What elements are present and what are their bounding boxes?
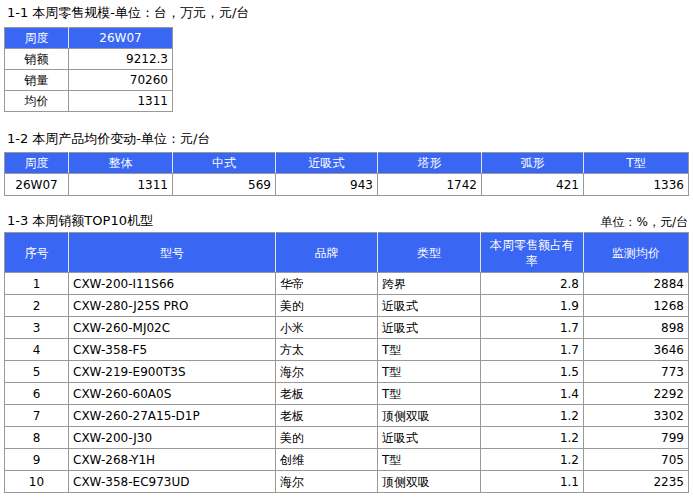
model-cell: CXW-260-27A15-D1P [69,405,276,427]
model-cell: CXW-268-Y1H [69,449,276,471]
type-cell: T型 [378,383,481,405]
share-cell: 1.5 [481,361,584,383]
rank-cell: 4 [5,339,69,361]
t-type-price-cell: 1336 [584,174,689,196]
type-cell: 顶侧双吸 [378,405,481,427]
model-cell: CXW-260-MJ02C [69,317,276,339]
price-cell: 705 [584,449,689,471]
share-cell: 1.7 [481,339,584,361]
model-cell: CXW-260-60A0S [69,383,276,405]
rank-cell: 1 [5,273,69,295]
model-cell: CXW-219-E900T3S [69,361,276,383]
section-title-avg-price-change: 1-2 本周产品均价变动-单位：元/台 [7,130,210,147]
table-row: 6 CXW-260-60A0S 老板 T型 1.4 2292 [5,383,689,405]
table-row: 2 CXW-280-J25S PRO 美的 近吸式 1.9 1268 [5,295,689,317]
report-page: 1-1 本周零售规模-单位：台，万元，元/台 周度 26W07 销额 9212.… [0,0,693,500]
col-header-arc: 弧形 [482,153,584,174]
col-header-brand: 品牌 [276,233,378,273]
near-suction-price-cell: 943 [276,174,378,196]
brand-cell: 美的 [276,295,378,317]
price-cell: 3302 [584,405,689,427]
week-header-cell: 周度 [5,28,69,49]
col-header-monitored-price: 监测均价 [584,233,689,273]
avg-price-change-table: 周度 整体 中式 近吸式 塔形 弧形 T型 26W07 1311 569 943… [4,152,689,196]
top10-models-table: 序号 型号 品牌 类型 本周零售额占有率 监测均价 1 CXW-200-I11S… [4,232,689,493]
rank-cell: 5 [5,361,69,383]
rank-cell: 9 [5,449,69,471]
col-header-rank: 序号 [5,233,69,273]
type-cell: T型 [378,339,481,361]
type-cell: 跨界 [378,273,481,295]
brand-cell: 创维 [276,449,378,471]
share-cell: 1.2 [481,405,584,427]
metric-value-cell: 1311 [69,91,173,112]
section-title-weekly-retail-scale: 1-1 本周零售规模-单位：台，万元，元/台 [7,4,249,21]
model-cell: CXW-200-I11S66 [69,273,276,295]
brand-cell: 老板 [276,383,378,405]
rank-cell: 7 [5,405,69,427]
price-cell: 2235 [584,471,689,493]
col-header-model: 型号 [69,233,276,273]
type-cell: 近吸式 [378,427,481,449]
table-row: 5 CXW-219-E900T3S 海尔 T型 1.5 773 [5,361,689,383]
share-cell: 2.8 [481,273,584,295]
table-row: 9 CXW-268-Y1H 创维 T型 1.2 705 [5,449,689,471]
metric-label-cell: 销量 [5,70,69,91]
week-value-header-cell: 26W07 [69,28,173,49]
brand-cell: 小米 [276,317,378,339]
price-cell: 2292 [584,383,689,405]
type-cell: 近吸式 [378,295,481,317]
type-cell: 顶侧双吸 [378,471,481,493]
col-header-type: 类型 [378,233,481,273]
share-cell: 1.9 [481,295,584,317]
type-cell: T型 [378,449,481,471]
chinese-style-price-cell: 569 [173,174,276,196]
table-row: 26W07 1311 569 943 1742 421 1336 [5,174,689,196]
share-cell: 1.4 [481,383,584,405]
model-cell: CXW-200-J30 [69,427,276,449]
unit-note: 单位：%，元/台 [601,214,688,230]
price-cell: 1268 [584,295,689,317]
brand-cell: 海尔 [276,361,378,383]
model-cell: CXW-358-EC973UD [69,471,276,493]
price-cell: 799 [584,427,689,449]
share-header-text: 本周零售额占有率 [486,237,578,269]
table-row: 1 CXW-200-I11S66 华帝 跨界 2.8 2884 [5,273,689,295]
table-row: 10 CXW-358-EC973UD 海尔 顶侧双吸 1.1 2235 [5,471,689,493]
col-header-near-suction: 近吸式 [276,153,378,174]
type-cell: 近吸式 [378,317,481,339]
rank-cell: 6 [5,383,69,405]
metric-label-cell: 销额 [5,49,69,70]
brand-cell: 美的 [276,427,378,449]
overall-price-cell: 1311 [69,174,173,196]
metric-value-cell: 9212.3 [69,49,173,70]
brand-cell: 老板 [276,405,378,427]
share-cell: 1.2 [481,449,584,471]
col-header-week: 周度 [5,153,69,174]
table-row: 8 CXW-200-J30 美的 近吸式 1.2 799 [5,427,689,449]
col-header-tower: 塔形 [378,153,482,174]
model-cell: CXW-280-J25S PRO [69,295,276,317]
table-row: 7 CXW-260-27A15-D1P 老板 顶侧双吸 1.2 3302 [5,405,689,427]
share-cell: 1.7 [481,317,584,339]
table-row: 3 CXW-260-MJ02C 小米 近吸式 1.7 898 [5,317,689,339]
col-header-t-type: T型 [584,153,689,174]
type-cell: T型 [378,361,481,383]
price-cell: 898 [584,317,689,339]
table-row: 4 CXW-358-F5 方太 T型 1.7 3646 [5,339,689,361]
week-cell: 26W07 [5,174,69,196]
table-row: 均价 1311 [5,91,173,112]
price-cell: 3646 [584,339,689,361]
col-header-overall: 整体 [69,153,173,174]
table-row: 销额 9212.3 [5,49,173,70]
arc-price-cell: 421 [482,174,584,196]
rank-cell: 3 [5,317,69,339]
share-cell: 1.1 [481,471,584,493]
table-header-row: 周度 26W07 [5,28,173,49]
table-header-row: 周度 整体 中式 近吸式 塔形 弧形 T型 [5,153,689,174]
brand-cell: 方太 [276,339,378,361]
price-cell: 773 [584,361,689,383]
weekly-retail-scale-table: 周度 26W07 销额 9212.3 销量 70260 均价 1311 [4,27,173,112]
metric-value-cell: 70260 [69,70,173,91]
model-cell: CXW-358-F5 [69,339,276,361]
